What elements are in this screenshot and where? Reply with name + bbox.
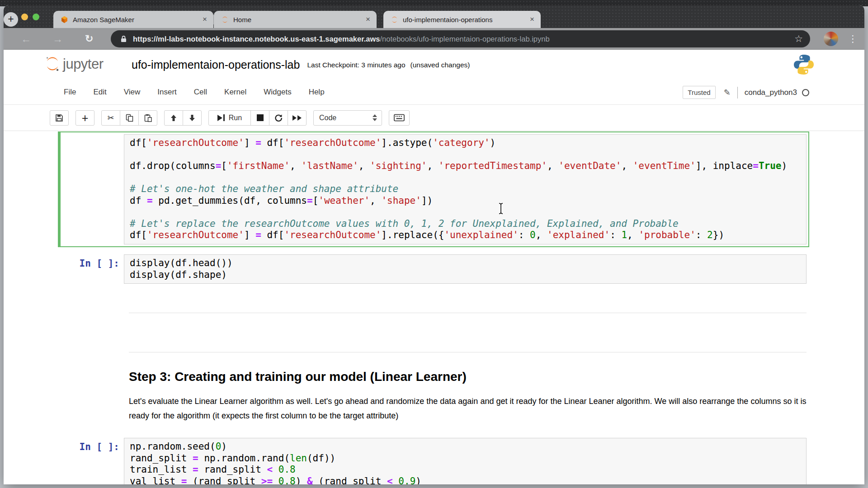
menu-insert[interactable]: Insert bbox=[149, 88, 185, 97]
tab-home[interactable]: Home × bbox=[214, 11, 377, 28]
close-icon[interactable]: × bbox=[530, 15, 534, 24]
keyboard-icon bbox=[394, 114, 405, 122]
menu-bar: File Edit View Insert Cell Kernel Widget… bbox=[4, 80, 864, 105]
code-editor[interactable]: df['researchOutcome'] = df['researchOutc… bbox=[124, 134, 807, 244]
move-cell-down-button[interactable] bbox=[183, 110, 202, 126]
back-icon[interactable]: ← bbox=[21, 28, 31, 50]
menu-view[interactable]: View bbox=[115, 88, 149, 97]
python-logo bbox=[793, 53, 815, 76]
divider bbox=[737, 87, 738, 99]
markdown-divider bbox=[129, 352, 807, 352]
restart-kernel-button[interactable] bbox=[269, 110, 288, 126]
jupyter-logo-icon bbox=[44, 55, 61, 72]
paste-icon bbox=[144, 114, 152, 122]
unsaved-status: (unsaved changes) bbox=[410, 61, 470, 69]
profile-avatar[interactable] bbox=[824, 32, 838, 46]
toolbar: + ✂ Run bbox=[4, 105, 864, 131]
scissors-icon: ✂ bbox=[107, 113, 114, 123]
reload-icon[interactable]: ↻ bbox=[85, 28, 93, 50]
tab-amazon-sagemaker[interactable]: Amazon SageMaker × bbox=[53, 11, 213, 28]
trusted-badge[interactable]: Trusted bbox=[683, 86, 715, 99]
browser-navbar: ← → ↻ https://ml-labs-notebook-instance.… bbox=[4, 28, 864, 50]
bookmark-star-icon[interactable]: ☆ bbox=[794, 33, 803, 44]
interrupt-kernel-button[interactable] bbox=[250, 110, 269, 126]
zoom-window-button[interactable] bbox=[33, 14, 39, 20]
menu-help[interactable]: Help bbox=[300, 88, 333, 97]
jupyter-logo[interactable]: jupyter bbox=[44, 55, 104, 72]
command-palette-button[interactable] bbox=[389, 110, 410, 126]
notebook-header: jupyter ufo-implementaion-operations-lab… bbox=[4, 50, 864, 80]
add-cell-button[interactable]: + bbox=[75, 110, 94, 126]
menu-edit[interactable]: Edit bbox=[85, 88, 115, 97]
run-icon bbox=[217, 115, 222, 121]
arrow-down-icon bbox=[189, 114, 195, 122]
code-editor[interactable]: np.random.seed(0)rand_split = np.random.… bbox=[124, 438, 807, 484]
jupyter-icon bbox=[221, 16, 229, 23]
copy-cell-button[interactable] bbox=[120, 110, 139, 126]
minimize-window-button[interactable] bbox=[21, 14, 28, 20]
ibeam-cursor bbox=[497, 202, 505, 215]
cell-prompt: In [ ]: bbox=[62, 438, 124, 484]
stop-icon bbox=[257, 114, 264, 121]
fast-forward-icon bbox=[292, 115, 302, 121]
menu-kernel[interactable]: Kernel bbox=[216, 88, 255, 97]
url-path: /notebooks/ufo-implementaion-operations-… bbox=[380, 35, 549, 43]
address-bar[interactable]: https://ml-labs-notebook-instance.notebo… bbox=[111, 30, 810, 47]
menu-widgets[interactable]: Widgets bbox=[255, 88, 300, 97]
close-icon[interactable]: × bbox=[366, 15, 370, 24]
checkpoint-status: Last Checkpoint: 3 minutes ago bbox=[307, 61, 405, 69]
code-cell-preprocessing[interactable]: df['researchOutcome'] = df['researchOutc… bbox=[58, 131, 809, 247]
tab-strip: Amazon SageMaker × Home × ufo-implementa… bbox=[4, 5, 864, 28]
browser-menu-icon[interactable]: ⋮ bbox=[848, 28, 858, 50]
paste-cell-button[interactable] bbox=[138, 110, 157, 126]
restart-run-all-button[interactable] bbox=[288, 110, 307, 126]
save-button[interactable] bbox=[50, 110, 69, 126]
notebook-title[interactable]: ufo-implementaion-operations-lab bbox=[132, 58, 300, 71]
code-editor[interactable]: display(df.head())display(df.shape) bbox=[124, 254, 807, 284]
kernel-status-icon bbox=[802, 89, 809, 96]
forward-icon[interactable]: → bbox=[52, 28, 63, 50]
arrow-up-icon bbox=[170, 114, 177, 122]
markdown-paragraph: Let's evaluate the Linear Learner algori… bbox=[129, 394, 808, 423]
cell-prompt: In [ ]: bbox=[62, 254, 124, 284]
markdown-heading: Step 3: Creating and training our model … bbox=[129, 370, 467, 384]
select-arrows-icon bbox=[373, 114, 377, 121]
tab-label: Amazon SageMaker bbox=[73, 16, 198, 23]
save-icon bbox=[55, 114, 63, 122]
new-tab-button[interactable]: + bbox=[4, 12, 18, 27]
menu-cell[interactable]: Cell bbox=[185, 88, 216, 97]
run-button[interactable]: Run bbox=[208, 110, 251, 126]
cell-type-select[interactable]: Code bbox=[313, 110, 382, 126]
cell-prompt bbox=[62, 134, 124, 244]
copy-icon bbox=[126, 114, 133, 122]
jupyter-logo-text: jupyter bbox=[63, 56, 104, 72]
notebook-page: jupyter ufo-implementaion-operations-lab… bbox=[4, 50, 864, 484]
cut-cell-button[interactable]: ✂ bbox=[101, 110, 120, 126]
close-icon[interactable]: × bbox=[203, 15, 207, 24]
lock-icon bbox=[121, 35, 127, 42]
markdown-divider bbox=[129, 313, 807, 313]
tab-label: Home bbox=[233, 16, 361, 23]
sagemaker-icon bbox=[61, 16, 68, 23]
menu-file[interactable]: File bbox=[55, 88, 85, 97]
url-text: https://ml-labs-notebook-instance.notebo… bbox=[133, 35, 550, 43]
jupyter-icon bbox=[391, 16, 398, 23]
browser-window: Amazon SageMaker × Home × ufo-implementa… bbox=[4, 5, 864, 484]
edit-pencil-icon: ✎ bbox=[724, 88, 731, 98]
kernel-name[interactable]: conda_python3 bbox=[745, 88, 797, 97]
restart-icon bbox=[274, 114, 283, 122]
tab-ufo-notebook[interactable]: ufo-implementaion-operations × bbox=[383, 11, 541, 28]
code-cell-random-split[interactable]: In [ ]: np.random.seed(0)rand_split = np… bbox=[58, 435, 809, 484]
plus-icon: + bbox=[82, 113, 89, 122]
tab-label: ufo-implementaion-operations bbox=[403, 16, 525, 23]
code-cell-display[interactable]: In [ ]: display(df.head())display(df.sha… bbox=[58, 252, 809, 286]
url-host: https://ml-labs-notebook-instance.notebo… bbox=[133, 35, 380, 43]
move-cell-up-button[interactable] bbox=[164, 110, 183, 126]
